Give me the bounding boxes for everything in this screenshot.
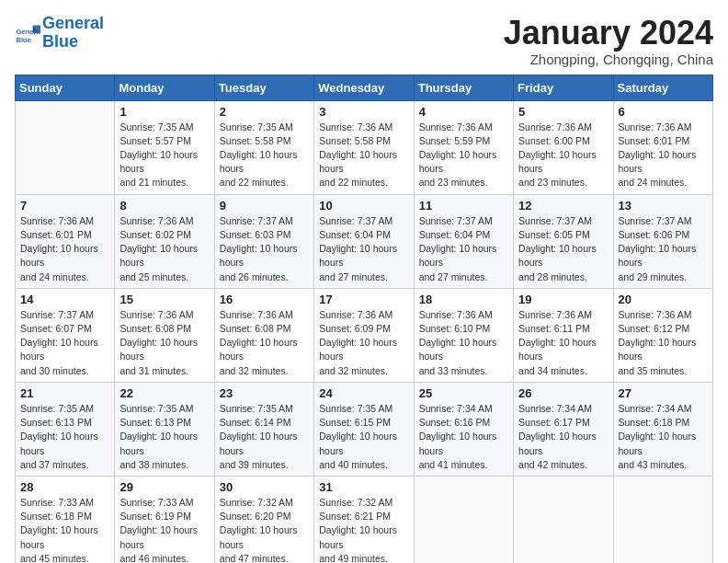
- day-info: Sunrise: 7:36 AMSunset: 6:01 PMDaylight:…: [20, 214, 109, 284]
- day-info: Sunrise: 7:33 AMSunset: 6:19 PMDaylight:…: [119, 496, 209, 563]
- calendar-cell: 4Sunrise: 7:36 AMSunset: 5:59 PMDaylight…: [414, 100, 513, 194]
- calendar-cell: 3Sunrise: 7:36 AMSunset: 5:58 PMDaylight…: [314, 100, 414, 194]
- calendar-week-row: 1Sunrise: 7:35 AMSunset: 5:57 PMDaylight…: [16, 100, 713, 194]
- calendar-cell: 15Sunrise: 7:36 AMSunset: 6:08 PMDayligh…: [115, 288, 214, 382]
- calendar-cell: 20Sunrise: 7:36 AMSunset: 6:12 PMDayligh…: [613, 288, 712, 382]
- calendar-cell: 10Sunrise: 7:37 AMSunset: 6:04 PMDayligh…: [314, 194, 414, 288]
- calendar-cell: 1Sunrise: 7:35 AMSunset: 5:57 PMDaylight…: [115, 100, 214, 194]
- svg-text:Blue: Blue: [16, 36, 31, 44]
- day-number: 7: [20, 199, 109, 213]
- day-number: 29: [119, 480, 209, 494]
- location-subtitle: Zhongping, Chongqing, China: [504, 52, 713, 67]
- day-number: 1: [119, 105, 209, 119]
- weekday-header-monday: Monday: [115, 75, 214, 100]
- calendar-cell: 2Sunrise: 7:35 AMSunset: 5:58 PMDaylight…: [214, 100, 313, 194]
- weekday-header-thursday: Thursday: [414, 75, 513, 100]
- day-info: Sunrise: 7:36 AMSunset: 6:02 PMDaylight:…: [119, 214, 209, 284]
- calendar-week-row: 21Sunrise: 7:35 AMSunset: 6:13 PMDayligh…: [16, 382, 713, 476]
- day-info: Sunrise: 7:35 AMSunset: 6:15 PMDaylight:…: [319, 402, 408, 472]
- day-number: 28: [20, 480, 109, 494]
- day-info: Sunrise: 7:37 AMSunset: 6:06 PMDaylight:…: [619, 214, 708, 284]
- day-number: 2: [220, 105, 309, 119]
- day-info: Sunrise: 7:36 AMSunset: 6:10 PMDaylight:…: [419, 308, 508, 378]
- calendar-cell: [16, 100, 115, 194]
- day-info: Sunrise: 7:35 AMSunset: 5:58 PMDaylight:…: [220, 121, 309, 190]
- day-number: 9: [220, 199, 309, 213]
- day-number: 13: [619, 199, 708, 213]
- day-number: 31: [319, 480, 408, 494]
- day-info: Sunrise: 7:35 AMSunset: 6:13 PMDaylight:…: [119, 402, 209, 472]
- weekday-header-tuesday: Tuesday: [214, 75, 313, 100]
- calendar-cell: 8Sunrise: 7:36 AMSunset: 6:02 PMDaylight…: [115, 194, 214, 288]
- day-number: 15: [119, 293, 209, 306]
- day-info: Sunrise: 7:36 AMSunset: 6:11 PMDaylight:…: [518, 308, 608, 378]
- title-block: January 2024 Zhongping, Chongqing, China: [504, 15, 713, 67]
- day-number: 10: [319, 199, 408, 213]
- month-title: January 2024: [504, 15, 713, 52]
- day-info: Sunrise: 7:36 AMSunset: 5:59 PMDaylight:…: [419, 121, 508, 190]
- day-info: Sunrise: 7:34 AMSunset: 6:17 PMDaylight:…: [518, 402, 608, 472]
- day-number: 4: [419, 105, 508, 119]
- weekday-header-wednesday: Wednesday: [314, 75, 414, 100]
- calendar-cell: 28Sunrise: 7:33 AMSunset: 6:18 PMDayligh…: [16, 476, 115, 563]
- calendar-cell: 26Sunrise: 7:34 AMSunset: 6:17 PMDayligh…: [514, 382, 613, 476]
- day-number: 11: [419, 199, 508, 213]
- calendar-cell: 29Sunrise: 7:33 AMSunset: 6:19 PMDayligh…: [115, 476, 214, 563]
- calendar-table: SundayMondayTuesdayWednesdayThursdayFrid…: [15, 75, 713, 563]
- weekday-header-sunday: Sunday: [16, 75, 115, 100]
- calendar-cell: 24Sunrise: 7:35 AMSunset: 6:15 PMDayligh…: [314, 382, 414, 476]
- day-info: Sunrise: 7:36 AMSunset: 5:58 PMDaylight:…: [319, 121, 408, 190]
- day-number: 6: [619, 105, 708, 119]
- day-info: Sunrise: 7:35 AMSunset: 6:14 PMDaylight:…: [220, 402, 309, 472]
- day-number: 16: [220, 293, 309, 306]
- day-number: 8: [119, 199, 209, 213]
- logo-icon: General Blue: [15, 20, 40, 46]
- calendar-cell: 7Sunrise: 7:36 AMSunset: 6:01 PMDaylight…: [16, 194, 115, 288]
- calendar-cell: 22Sunrise: 7:35 AMSunset: 6:13 PMDayligh…: [115, 382, 214, 476]
- day-number: 21: [20, 386, 109, 400]
- day-number: 22: [119, 386, 209, 400]
- logo: General Blue General Blue: [15, 15, 104, 52]
- calendar-cell: 13Sunrise: 7:37 AMSunset: 6:06 PMDayligh…: [613, 194, 712, 288]
- day-number: 5: [518, 105, 608, 119]
- day-info: Sunrise: 7:37 AMSunset: 6:03 PMDaylight:…: [220, 214, 309, 284]
- day-number: 30: [220, 480, 309, 494]
- calendar-cell: [613, 476, 712, 563]
- calendar-cell: 19Sunrise: 7:36 AMSunset: 6:11 PMDayligh…: [514, 288, 613, 382]
- day-info: Sunrise: 7:36 AMSunset: 6:08 PMDaylight:…: [220, 308, 309, 378]
- day-info: Sunrise: 7:37 AMSunset: 6:04 PMDaylight:…: [319, 214, 408, 284]
- day-number: 23: [220, 386, 309, 400]
- day-info: Sunrise: 7:33 AMSunset: 6:18 PMDaylight:…: [20, 496, 109, 563]
- calendar-cell: 18Sunrise: 7:36 AMSunset: 6:10 PMDayligh…: [414, 288, 513, 382]
- weekday-header-row: SundayMondayTuesdayWednesdayThursdayFrid…: [16, 75, 713, 100]
- calendar-cell: 31Sunrise: 7:32 AMSunset: 6:21 PMDayligh…: [314, 476, 414, 563]
- day-info: Sunrise: 7:32 AMSunset: 6:20 PMDaylight:…: [220, 496, 309, 563]
- day-number: 17: [319, 293, 408, 306]
- calendar-cell: 30Sunrise: 7:32 AMSunset: 6:20 PMDayligh…: [214, 476, 313, 563]
- calendar-cell: 23Sunrise: 7:35 AMSunset: 6:14 PMDayligh…: [214, 382, 313, 476]
- day-info: Sunrise: 7:34 AMSunset: 6:18 PMDaylight:…: [619, 402, 708, 472]
- day-number: 18: [419, 293, 508, 306]
- day-number: 3: [319, 105, 408, 119]
- calendar-cell: 9Sunrise: 7:37 AMSunset: 6:03 PMDaylight…: [214, 194, 313, 288]
- day-info: Sunrise: 7:32 AMSunset: 6:21 PMDaylight:…: [319, 496, 408, 563]
- calendar-week-row: 7Sunrise: 7:36 AMSunset: 6:01 PMDaylight…: [16, 194, 713, 288]
- weekday-header-saturday: Saturday: [613, 75, 712, 100]
- day-number: 12: [518, 199, 608, 213]
- calendar-cell: [514, 476, 613, 563]
- page-header: General Blue General Blue January 2024 Z…: [15, 15, 713, 67]
- calendar-cell: 25Sunrise: 7:34 AMSunset: 6:16 PMDayligh…: [414, 382, 513, 476]
- day-info: Sunrise: 7:36 AMSunset: 6:00 PMDaylight:…: [518, 121, 608, 190]
- day-info: Sunrise: 7:37 AMSunset: 6:04 PMDaylight:…: [419, 214, 508, 284]
- calendar-cell: 21Sunrise: 7:35 AMSunset: 6:13 PMDayligh…: [16, 382, 115, 476]
- day-number: 26: [518, 386, 608, 400]
- day-number: 24: [319, 386, 408, 400]
- calendar-cell: 11Sunrise: 7:37 AMSunset: 6:04 PMDayligh…: [414, 194, 513, 288]
- day-info: Sunrise: 7:36 AMSunset: 6:01 PMDaylight:…: [619, 121, 708, 190]
- calendar-cell: 5Sunrise: 7:36 AMSunset: 6:00 PMDaylight…: [514, 100, 613, 194]
- calendar-cell: 14Sunrise: 7:37 AMSunset: 6:07 PMDayligh…: [16, 288, 115, 382]
- day-number: 25: [419, 386, 508, 400]
- logo-text: General Blue: [42, 15, 104, 52]
- day-info: Sunrise: 7:34 AMSunset: 6:16 PMDaylight:…: [419, 402, 508, 472]
- calendar-cell: 16Sunrise: 7:36 AMSunset: 6:08 PMDayligh…: [214, 288, 313, 382]
